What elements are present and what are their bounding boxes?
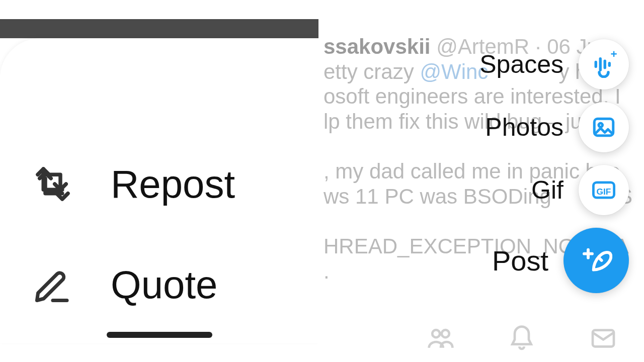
svg-point-11 <box>599 123 603 127</box>
compose-fab-panel: ssakovskii @ArtemR · 06 Jun etty crazy @… <box>318 19 644 362</box>
repost-option-label: Repost <box>111 161 235 207</box>
bell-icon <box>508 324 536 352</box>
svg-text:+: + <box>611 51 617 60</box>
bottom-sheet: Repost Quote <box>0 38 318 343</box>
svg-text:GIF: GIF <box>597 187 611 197</box>
home-indicator <box>107 332 212 338</box>
svg-point-3 <box>441 330 449 337</box>
compose-option-gif-label: Gif <box>531 175 564 205</box>
pencil-icon <box>30 262 75 307</box>
compose-option-post-label: Post <box>492 244 548 277</box>
people-icon <box>427 324 455 352</box>
background-bottom-nav <box>318 314 644 362</box>
retweet-icon <box>30 161 75 207</box>
svg-rect-4 <box>593 330 614 346</box>
compose-option-photos[interactable]: Photos <box>377 102 629 152</box>
compose-icon[interactable] <box>564 228 629 293</box>
repost-option[interactable]: Repost <box>30 134 298 234</box>
compose-option-gif[interactable]: Gif GIF <box>377 165 629 215</box>
compose-option-spaces-label: Spaces <box>479 50 564 79</box>
spaces-icon[interactable]: + <box>579 39 629 89</box>
compose-option-spaces[interactable]: Spaces + <box>377 39 629 89</box>
quote-option-label: Quote <box>111 262 217 308</box>
compose-option-photos-label: Photos <box>485 113 564 142</box>
svg-point-2 <box>432 330 440 337</box>
compose-option-post[interactable]: Post <box>377 228 629 293</box>
gif-icon[interactable]: GIF <box>579 165 629 215</box>
quote-option[interactable]: Quote <box>30 234 298 335</box>
repost-bottom-sheet-panel: Repost Quote <box>0 19 318 343</box>
mail-icon <box>589 324 617 352</box>
status-bar-backdrop <box>0 19 318 38</box>
compose-fab-stack: Spaces + Photos <box>377 39 629 293</box>
photo-icon[interactable] <box>579 102 629 152</box>
